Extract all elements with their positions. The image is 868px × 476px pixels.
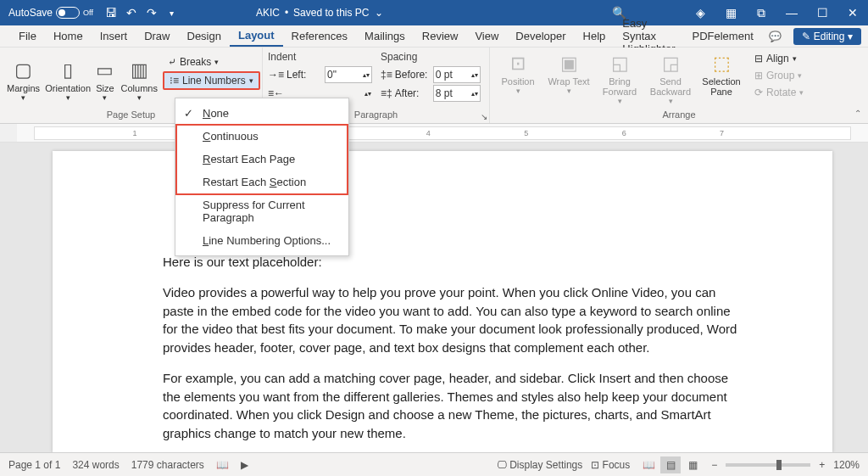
- wrap-text-icon: ▣: [560, 53, 578, 75]
- document-page[interactable]: Here is our text placeholder: Video prov…: [53, 151, 832, 452]
- chevron-down-icon: ▾: [249, 76, 253, 85]
- autosave-toggle[interactable]: AutoSave Off: [8, 7, 93, 19]
- zoom-out-icon[interactable]: −: [711, 459, 717, 471]
- print-layout-icon[interactable]: ▤: [660, 456, 681, 473]
- redo-icon[interactable]: ↷: [144, 5, 159, 20]
- document-title[interactable]: AKIC • Saved to this PC ⌄: [256, 7, 383, 19]
- app-icon[interactable]: ▦: [715, 0, 746, 25]
- word-count[interactable]: 324 words: [72, 459, 119, 471]
- maximize-icon[interactable]: ☐: [807, 0, 837, 25]
- spacing-after-icon: ≡‡: [381, 87, 392, 99]
- spacing-before-input[interactable]: 0 pt▴▾: [433, 66, 481, 83]
- zoom-slider[interactable]: [726, 463, 810, 467]
- dropdown-item-restart-page[interactable]: Restart Each Page: [175, 148, 348, 171]
- zoom-in-icon[interactable]: +: [819, 459, 825, 471]
- indent-header: Indent: [268, 51, 372, 63]
- save-icon[interactable]: 🖫: [103, 5, 119, 20]
- align-button[interactable]: ⊟Align▾: [749, 51, 809, 66]
- minimize-icon[interactable]: —: [776, 0, 807, 25]
- qat-dropdown-icon[interactable]: ▾: [164, 5, 180, 20]
- dialog-launcher-icon[interactable]: ↘: [481, 112, 487, 121]
- bring-forward-icon: ◱: [611, 53, 629, 75]
- group-icon: ⊞: [754, 70, 763, 81]
- group-label: Arrange: [495, 109, 863, 121]
- window-icon[interactable]: ⧉: [746, 0, 776, 25]
- quick-access-toolbar: 🖫 ↶ ↷ ▾: [103, 5, 180, 20]
- tab-home[interactable]: Home: [45, 26, 92, 46]
- bullet: •: [285, 7, 288, 19]
- tab-insert[interactable]: Insert: [92, 26, 136, 46]
- chevron-down-icon: ▾: [214, 58, 219, 66]
- selection-pane-button[interactable]: ⬚ Selection Pane: [698, 51, 744, 98]
- horizontal-ruler[interactable]: 1 2 3 4 5 6 7: [34, 126, 851, 140]
- indent-left-icon: →≡: [268, 69, 284, 81]
- align-icon: ⊟: [754, 53, 763, 64]
- tab-view[interactable]: View: [466, 26, 507, 46]
- spelling-icon[interactable]: 📖: [216, 459, 229, 471]
- tab-pdfelement[interactable]: PDFelement: [684, 26, 762, 46]
- comments-icon[interactable]: 💬: [762, 29, 788, 44]
- send-backward-icon: ◲: [662, 53, 680, 75]
- tab-mailings[interactable]: Mailings: [356, 26, 414, 46]
- dropdown-item-none[interactable]: ✓ None: [175, 102, 348, 125]
- spacing-before-icon: ‡≡: [381, 69, 392, 81]
- tabs-right: 💬 ✎ Editing ▾ ⇱ ⋯: [762, 28, 868, 45]
- dropdown-item-continuous[interactable]: Continuous: [175, 125, 348, 148]
- pencil-icon: ✎: [802, 31, 810, 42]
- dropdown-item-restart-section[interactable]: Restart Each Section: [175, 171, 348, 193]
- macros-icon[interactable]: ▶: [241, 459, 248, 471]
- left-label: Left:: [287, 69, 322, 81]
- size-button[interactable]: ▭ Size ▾: [94, 51, 115, 109]
- margins-button[interactable]: ▢ Margins ▾: [5, 51, 42, 109]
- orientation-button[interactable]: ▯ Orientation ▾: [45, 51, 91, 109]
- rotate-icon: ⟳: [754, 87, 763, 98]
- tab-draw[interactable]: Draw: [136, 26, 178, 46]
- toggle-icon: [56, 7, 80, 19]
- tab-design[interactable]: Design: [179, 26, 230, 46]
- line-numbers-button[interactable]: ⁝≡ Line Numbers ▾: [163, 71, 260, 90]
- collapse-ribbon-icon[interactable]: ⌃: [854, 109, 861, 118]
- dropdown-item-options[interactable]: Line Numbering Options...: [175, 229, 348, 252]
- paragraph-3[interactable]: For example, you can add a matching cove…: [163, 369, 748, 443]
- web-layout-icon[interactable]: ▦: [682, 456, 703, 473]
- focus-button[interactable]: ⊡ Focus: [591, 459, 630, 471]
- spacing-after-input[interactable]: 8 pt▴▾: [433, 85, 481, 102]
- display-settings-button[interactable]: 🖵 Display Settings: [497, 459, 582, 471]
- columns-button[interactable]: ▥ Columns ▾: [120, 51, 159, 109]
- editing-mode-button[interactable]: ✎ Editing ▾: [793, 28, 862, 45]
- doc-name: AKIC: [256, 7, 280, 19]
- autosave-state: Off: [83, 8, 93, 17]
- position-button: ⊡ Position ▾: [495, 51, 541, 97]
- char-count[interactable]: 1779 characters: [131, 459, 204, 471]
- chevron-down-icon: ▾: [66, 93, 70, 102]
- tab-references[interactable]: References: [283, 26, 356, 46]
- rotate-button: ⟳Rotate▾: [749, 85, 809, 100]
- vertical-ruler[interactable]: [0, 143, 17, 452]
- close-icon[interactable]: ✕: [837, 0, 868, 25]
- dropdown-item-suppress[interactable]: Suppress for Current Paragraph: [175, 193, 348, 229]
- diamond-icon[interactable]: ◈: [685, 0, 715, 25]
- ruler[interactable]: 1 2 3 4 5 6 7: [0, 124, 868, 143]
- group-button: ⊞Group▾: [749, 68, 809, 83]
- read-mode-icon[interactable]: 📖: [638, 456, 659, 473]
- tab-help[interactable]: Help: [575, 26, 615, 46]
- margins-icon: ▢: [14, 59, 32, 81]
- slider-thumb[interactable]: [776, 460, 782, 470]
- zoom-value[interactable]: 120%: [833, 459, 860, 471]
- tab-developer[interactable]: Developer: [507, 26, 574, 46]
- send-backward-button: ◲ Send Backward ▾: [648, 51, 693, 107]
- tab-file[interactable]: File: [10, 26, 45, 46]
- breaks-button[interactable]: ⤶ Breaks ▾: [163, 54, 260, 70]
- document-area: Here is our text placeholder: Video prov…: [0, 143, 868, 452]
- bring-forward-button: ◱ Bring Forward ▾: [597, 51, 643, 107]
- ribbon-tabs: File Home Insert Draw Design Layout Refe…: [0, 25, 868, 48]
- undo-icon[interactable]: ↶: [124, 5, 139, 20]
- columns-icon: ▥: [131, 59, 148, 81]
- tab-review[interactable]: Review: [414, 26, 467, 46]
- page-indicator[interactable]: Page 1 of 1: [8, 459, 60, 471]
- statusbar-right: 🖵 Display Settings ⊡ Focus 📖 ▤ ▦ − + 120…: [497, 456, 860, 473]
- tab-layout[interactable]: Layout: [230, 25, 283, 47]
- paragraph-2[interactable]: Video provides a powerful way to help yo…: [163, 283, 748, 357]
- autosave-label: AutoSave: [8, 7, 53, 19]
- indent-left-input[interactable]: 0"▴▾: [325, 66, 372, 83]
